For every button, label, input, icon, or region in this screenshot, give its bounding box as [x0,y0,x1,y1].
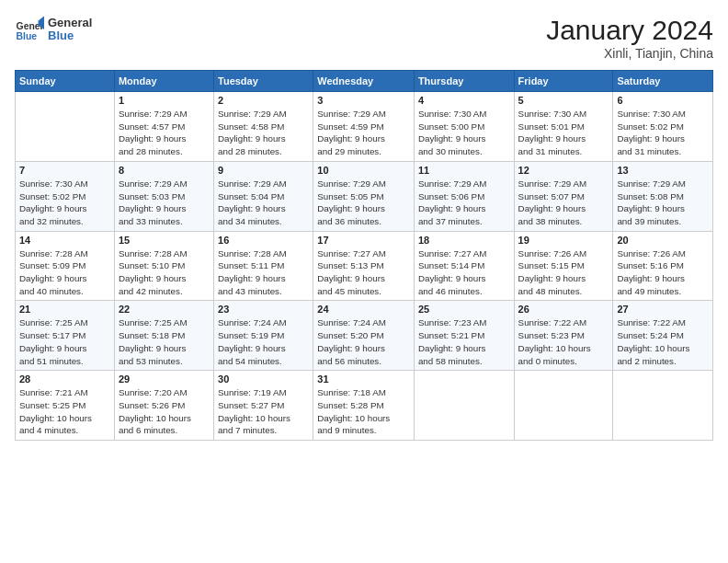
page: General Blue General Blue January 2024 X… [0,0,728,563]
day-cell [16,92,115,162]
col-friday: Friday [514,71,613,92]
day-info: Sunrise: 7:29 AM Sunset: 5:07 PM Dayligh… [518,178,609,228]
day-cell: 17Sunrise: 7:27 AM Sunset: 5:13 PM Dayli… [313,231,415,301]
day-info: Sunrise: 7:29 AM Sunset: 4:57 PM Dayligh… [119,108,210,158]
day-info: Sunrise: 7:29 AM Sunset: 4:58 PM Dayligh… [218,108,309,158]
day-number: 2 [218,95,309,106]
day-cell: 12Sunrise: 7:29 AM Sunset: 5:07 PM Dayli… [514,161,613,231]
day-info: Sunrise: 7:21 AM Sunset: 5:25 PM Dayligh… [19,386,110,437]
day-cell [414,371,514,441]
day-cell: 29Sunrise: 7:20 AM Sunset: 5:26 PM Dayli… [114,371,213,441]
day-number: 9 [218,165,309,176]
day-info: Sunrise: 7:30 AM Sunset: 5:02 PM Dayligh… [19,178,110,228]
day-number: 28 [19,373,110,385]
day-cell: 2Sunrise: 7:29 AM Sunset: 4:58 PM Daylig… [214,92,313,162]
day-info: Sunrise: 7:23 AM Sunset: 5:21 PM Dayligh… [418,316,510,367]
day-number: 17 [317,235,410,246]
day-info: Sunrise: 7:29 AM Sunset: 5:03 PM Dayligh… [119,178,210,228]
day-number: 16 [218,235,309,246]
day-cell: 15Sunrise: 7:28 AM Sunset: 5:10 PM Dayli… [114,231,213,301]
day-info: Sunrise: 7:26 AM Sunset: 5:16 PM Dayligh… [617,247,709,298]
day-number: 20 [617,235,709,246]
day-cell: 7Sunrise: 7:30 AM Sunset: 5:02 PM Daylig… [16,161,115,231]
day-number: 24 [317,304,410,315]
day-info: Sunrise: 7:28 AM Sunset: 5:09 PM Dayligh… [19,247,110,298]
general-blue-icon: General Blue [15,15,44,44]
day-cell: 3Sunrise: 7:29 AM Sunset: 4:59 PM Daylig… [313,92,415,162]
day-number: 30 [218,373,309,385]
day-info: Sunrise: 7:25 AM Sunset: 5:18 PM Dayligh… [119,316,210,367]
day-info: Sunrise: 7:29 AM Sunset: 4:59 PM Dayligh… [317,108,410,158]
calendar-header: Sunday Monday Tuesday Wednesday Thursday… [16,71,713,92]
day-number: 27 [617,304,709,315]
day-number: 25 [418,304,510,315]
week-row-3: 14Sunrise: 7:28 AM Sunset: 5:09 PM Dayli… [16,231,713,301]
day-cell: 26Sunrise: 7:22 AM Sunset: 5:23 PM Dayli… [514,301,613,371]
col-monday: Monday [114,71,213,92]
day-cell: 27Sunrise: 7:22 AM Sunset: 5:24 PM Dayli… [613,301,713,371]
day-info: Sunrise: 7:22 AM Sunset: 5:24 PM Dayligh… [617,316,709,367]
day-number: 15 [119,235,210,246]
day-number: 11 [418,165,510,176]
day-info: Sunrise: 7:29 AM Sunset: 5:06 PM Dayligh… [418,178,510,228]
day-number: 31 [317,373,410,385]
logo-blue: Blue [48,29,92,42]
day-cell: 22Sunrise: 7:25 AM Sunset: 5:18 PM Dayli… [114,301,213,371]
day-info: Sunrise: 7:24 AM Sunset: 5:19 PM Dayligh… [218,316,309,367]
svg-text:Blue: Blue [17,31,38,41]
header: General Blue General Blue January 2024 X… [15,15,713,61]
day-number: 18 [418,235,510,246]
day-cell: 25Sunrise: 7:23 AM Sunset: 5:21 PM Dayli… [414,301,514,371]
day-cell: 31Sunrise: 7:18 AM Sunset: 5:28 PM Dayli… [313,371,415,441]
day-info: Sunrise: 7:22 AM Sunset: 5:23 PM Dayligh… [518,316,609,367]
day-cell: 18Sunrise: 7:27 AM Sunset: 5:14 PM Dayli… [414,231,514,301]
day-cell: 11Sunrise: 7:29 AM Sunset: 5:06 PM Dayli… [414,161,514,231]
day-number: 29 [119,373,210,385]
day-info: Sunrise: 7:30 AM Sunset: 5:01 PM Dayligh… [518,108,609,158]
day-number: 7 [19,165,110,176]
header-row: Sunday Monday Tuesday Wednesday Thursday… [16,71,713,92]
day-cell: 24Sunrise: 7:24 AM Sunset: 5:20 PM Dayli… [313,301,415,371]
col-wednesday: Wednesday [313,71,415,92]
day-info: Sunrise: 7:19 AM Sunset: 5:27 PM Dayligh… [218,386,309,437]
day-cell: 21Sunrise: 7:25 AM Sunset: 5:17 PM Dayli… [16,301,115,371]
day-cell [514,371,613,441]
location: Xinli, Tianjin, China [546,46,713,61]
day-number: 21 [19,304,110,315]
day-cell: 16Sunrise: 7:28 AM Sunset: 5:11 PM Dayli… [214,231,313,301]
day-info: Sunrise: 7:24 AM Sunset: 5:20 PM Dayligh… [317,316,410,367]
day-cell: 28Sunrise: 7:21 AM Sunset: 5:25 PM Dayli… [16,371,115,441]
day-number: 22 [119,304,210,315]
day-cell: 14Sunrise: 7:28 AM Sunset: 5:09 PM Dayli… [16,231,115,301]
day-cell: 1Sunrise: 7:29 AM Sunset: 4:57 PM Daylig… [114,92,213,162]
week-row-5: 28Sunrise: 7:21 AM Sunset: 5:25 PM Dayli… [16,371,713,441]
day-number: 14 [19,235,110,246]
logo-general: General [48,17,92,29]
day-cell: 6Sunrise: 7:30 AM Sunset: 5:02 PM Daylig… [613,92,713,162]
week-row-2: 7Sunrise: 7:30 AM Sunset: 5:02 PM Daylig… [16,161,713,231]
day-number: 13 [617,165,709,176]
day-number: 23 [218,304,309,315]
day-cell: 10Sunrise: 7:29 AM Sunset: 5:05 PM Dayli… [313,161,415,231]
logo-text: General Blue [48,17,92,43]
day-number: 3 [317,95,410,106]
logo: General Blue General Blue [15,15,92,44]
day-number: 26 [518,304,609,315]
day-cell: 19Sunrise: 7:26 AM Sunset: 5:15 PM Dayli… [514,231,613,301]
day-info: Sunrise: 7:28 AM Sunset: 5:10 PM Dayligh… [119,247,210,298]
day-number: 5 [518,95,609,106]
day-number: 19 [518,235,609,246]
col-tuesday: Tuesday [214,71,313,92]
month-title: January 2024 [546,15,713,46]
day-cell: 13Sunrise: 7:29 AM Sunset: 5:08 PM Dayli… [613,161,713,231]
day-cell: 5Sunrise: 7:30 AM Sunset: 5:01 PM Daylig… [514,92,613,162]
day-info: Sunrise: 7:27 AM Sunset: 5:14 PM Dayligh… [418,247,510,298]
week-row-1: 1Sunrise: 7:29 AM Sunset: 4:57 PM Daylig… [16,92,713,162]
calendar: Sunday Monday Tuesday Wednesday Thursday… [15,70,713,441]
day-info: Sunrise: 7:18 AM Sunset: 5:28 PM Dayligh… [317,386,410,437]
title-block: January 2024 Xinli, Tianjin, China [546,15,713,61]
day-info: Sunrise: 7:28 AM Sunset: 5:11 PM Dayligh… [218,247,309,298]
day-cell: 30Sunrise: 7:19 AM Sunset: 5:27 PM Dayli… [214,371,313,441]
day-number: 12 [518,165,609,176]
day-info: Sunrise: 7:29 AM Sunset: 5:05 PM Dayligh… [317,178,410,228]
